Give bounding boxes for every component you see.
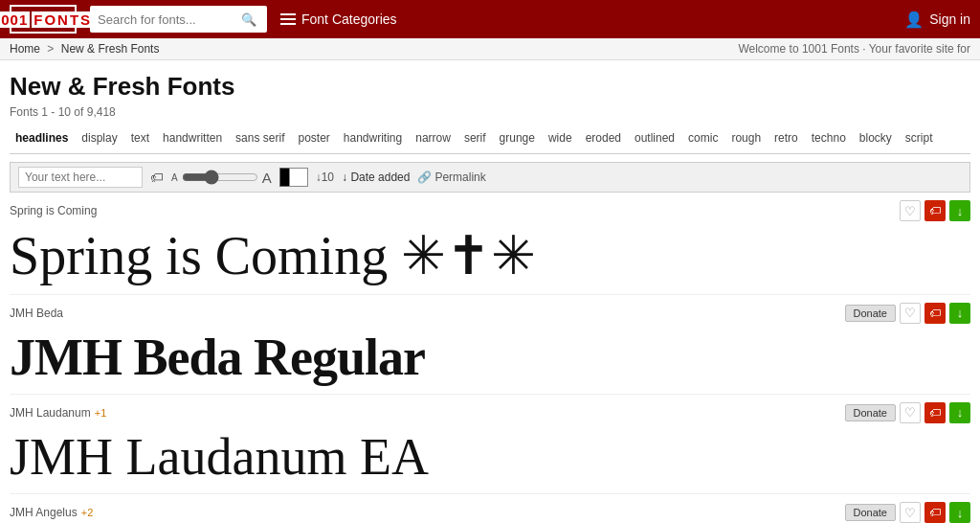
category-handwritten[interactable]: handwritten (157, 128, 228, 148)
category-script[interactable]: script (900, 128, 939, 148)
font-preview[interactable]: JMH Laudanum EA (10, 425, 970, 489)
category-blocky[interactable]: blocky (854, 128, 898, 148)
font-extra: +1 (95, 407, 107, 419)
font-preview[interactable]: JMH Beda Regular (10, 326, 970, 390)
tag-button[interactable]: 🏷 (924, 502, 946, 523)
font-entry-header: Spring is Coming♡🏷↓ (10, 200, 970, 221)
category-text[interactable]: text (125, 128, 155, 148)
font-extra: +2 (81, 507, 94, 518)
font-entry-header: JMH Laudanum+1Donate♡🏷↓ (10, 402, 970, 423)
logo-number: 1001 (0, 11, 30, 28)
category-handwriting[interactable]: handwriting (338, 128, 408, 148)
favorite-button[interactable]: ♡ (900, 303, 921, 324)
color-swatch-white[interactable] (289, 168, 308, 187)
category-eroded[interactable]: eroded (580, 128, 627, 148)
main-content: New & Fresh Fonts Fonts 1 - 10 of 9,418 … (0, 60, 980, 523)
font-list: Spring is Coming♡🏷↓Spring is Coming ✳✝✳J… (10, 193, 970, 523)
breadcrumb-bar: Home > New & Fresh Fonts Welcome to 1001… (0, 38, 980, 60)
size-large-label: A (262, 170, 272, 186)
link-icon: 🔗 (417, 171, 432, 184)
font-count: Fonts 1 - 10 of 9,418 (10, 105, 970, 119)
font-name: JMH Beda (10, 307, 63, 320)
tag-button[interactable]: 🏷 (924, 303, 946, 324)
tag-button[interactable]: 🏷 (924, 402, 946, 423)
tag-icon[interactable]: 🏷 (150, 170, 164, 185)
user-icon: 👤 (904, 11, 924, 29)
category-display[interactable]: display (76, 128, 122, 148)
font-entry: JMH BedaDonate♡🏷↓JMH Beda Regular (10, 295, 970, 395)
donate-button[interactable]: Donate (845, 305, 896, 322)
font-name: JMH Laudanum+1 (10, 406, 106, 420)
favorite-button[interactable]: ♡ (900, 402, 921, 423)
breadcrumb-home[interactable]: Home (10, 42, 40, 56)
sign-in-button[interactable]: 👤 Sign in (904, 11, 970, 29)
logo-fonts: FONTS (32, 11, 94, 28)
font-name: JMH Angelus+2 (10, 506, 93, 519)
per-page: ↓10 (316, 171, 334, 184)
font-categories-button[interactable]: Font Categories (280, 11, 397, 27)
font-entry-header: JMH BedaDonate♡🏷↓ (10, 303, 970, 324)
donate-button[interactable]: Donate (845, 504, 896, 521)
font-entry: Spring is Coming♡🏷↓Spring is Coming ✳✝✳ (10, 193, 970, 295)
category-bar: headlinesdisplaytexthandwrittensans seri… (10, 128, 970, 154)
search-input[interactable] (98, 12, 241, 27)
font-name: Spring is Coming (10, 204, 97, 217)
breadcrumb-separator: > (47, 42, 54, 56)
permalink-button[interactable]: 🔗 Permalink (417, 171, 485, 184)
toolbar: 🏷 A A ↓10 ↓ Date added 🔗 Permalink (10, 162, 970, 193)
hamburger-icon (280, 13, 296, 25)
size-slider[interactable] (182, 170, 258, 185)
font-actions: Donate♡🏷↓ (845, 402, 970, 423)
font-actions: ♡🏷↓ (900, 200, 970, 221)
download-button[interactable]: ↓ (949, 402, 970, 423)
tag-button[interactable]: 🏷 (924, 200, 946, 221)
font-entry-header: JMH Angelus+2Donate♡🏷↓ (10, 502, 970, 523)
category-techno[interactable]: techno (806, 128, 852, 148)
permalink-label: Permalink (434, 171, 485, 184)
category-serif[interactable]: serif (458, 128, 492, 148)
preview-text-input[interactable] (18, 167, 143, 188)
font-actions: Donate♡🏷↓ (845, 303, 970, 324)
font-entry: JMH Angelus+2Donate♡🏷↓JMH ANGELUS CAP (10, 494, 970, 523)
search-box: 🔍 (90, 6, 267, 33)
header: 1001 FONTS 🔍 Font Categories 👤 Sign in (0, 0, 980, 38)
download-button[interactable]: ↓ (949, 200, 970, 221)
category-poster[interactable]: poster (292, 128, 335, 148)
category-rough[interactable]: rough (725, 128, 767, 148)
download-button[interactable]: ↓ (949, 303, 970, 324)
category-headlines[interactable]: headlines (10, 128, 74, 148)
font-entry: JMH Laudanum+1Donate♡🏷↓JMH Laudanum EA (10, 395, 970, 494)
category-outlined[interactable]: outlined (629, 128, 680, 148)
donate-button[interactable]: Donate (845, 404, 896, 421)
category-grunge[interactable]: grunge (494, 128, 541, 148)
font-categories-label: Font Categories (301, 11, 397, 27)
category-narrow[interactable]: narrow (410, 128, 457, 148)
breadcrumb: Home > New & Fresh Fonts (10, 42, 159, 56)
breadcrumb-current: New & Fresh Fonts (61, 42, 160, 56)
date-added-button[interactable]: ↓ Date added (342, 171, 410, 184)
category-sans-serif[interactable]: sans serif (230, 128, 290, 148)
size-small-label: A (171, 172, 178, 183)
welcome-text: Welcome to 1001 Fonts · Your favorite si… (738, 42, 970, 56)
category-comic[interactable]: comic (682, 128, 724, 148)
per-page-icon: ↓10 (316, 171, 334, 184)
date-added-label: ↓ Date added (342, 171, 410, 184)
size-slider-wrap: A A (171, 170, 272, 186)
font-preview[interactable]: Spring is Coming ✳✝✳ (10, 223, 970, 290)
favorite-button[interactable]: ♡ (900, 502, 921, 523)
download-button[interactable]: ↓ (949, 502, 970, 523)
page-title: New & Fresh Fonts (10, 72, 970, 102)
favorite-button[interactable]: ♡ (900, 200, 921, 221)
search-button[interactable]: 🔍 (241, 12, 256, 27)
font-actions: Donate♡🏷↓ (845, 502, 970, 523)
category-wide[interactable]: wide (543, 128, 578, 148)
category-retro[interactable]: retro (768, 128, 804, 148)
sign-in-label: Sign in (929, 11, 970, 27)
logo: 1001 FONTS (10, 5, 77, 34)
